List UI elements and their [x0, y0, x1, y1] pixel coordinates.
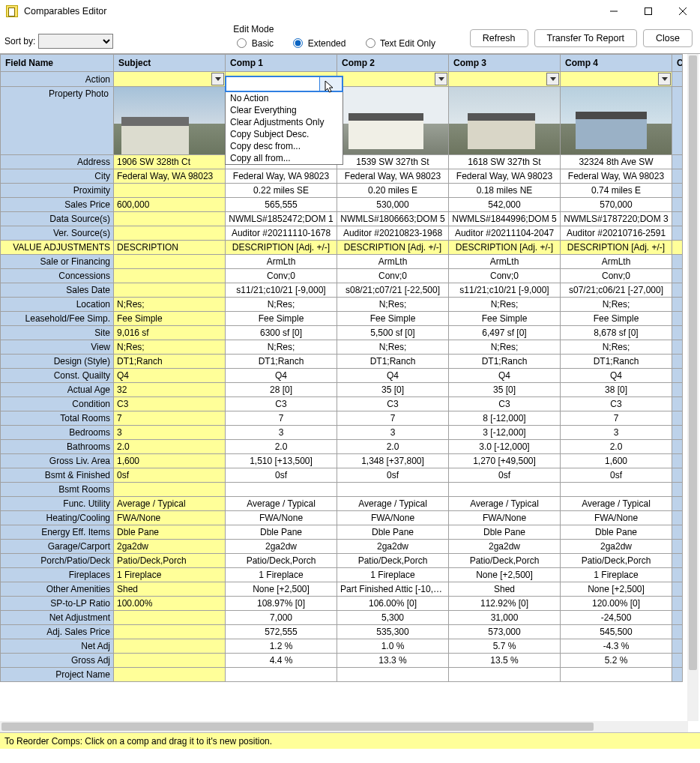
chevron-down-icon[interactable]: [658, 73, 671, 85]
cell-comp4[interactable]: 2.0: [561, 440, 672, 454]
cell-comp1[interactable]: 572,555: [226, 625, 337, 639]
cell-comp2[interactable]: s08/21;c07/21 [-22,500]: [337, 283, 449, 298]
cell-comp2[interactable]: 2ga2dw: [337, 540, 449, 554]
vertical-scroll-thumb[interactable]: [689, 55, 697, 670]
chevron-down-icon[interactable]: [435, 73, 447, 85]
photo-comp2[interactable]: [337, 87, 449, 155]
cell-comp4[interactable]: Auditor #20210716-2591: [561, 226, 672, 241]
cell-comp4[interactable]: 7: [561, 411, 672, 426]
cell-comp3[interactable]: Dble Pane: [449, 525, 561, 540]
refresh-button[interactable]: Refresh: [470, 29, 528, 47]
cell-comp4[interactable]: DESCRIPTION [Adj. +/-]: [561, 241, 672, 255]
cell-comp2[interactable]: [337, 668, 449, 682]
cell-subject[interactable]: [114, 212, 226, 226]
cell-comp2[interactable]: NWMLS#1806663;DOM 5: [337, 212, 449, 226]
chevron-down-icon[interactable]: [546, 73, 559, 85]
cell-comp2[interactable]: 13.3 %: [337, 654, 449, 668]
chevron-down-icon[interactable]: [211, 73, 224, 85]
cell-comp1[interactable]: 1.2 %: [226, 639, 337, 654]
cell-comp3[interactable]: 31,000: [449, 611, 561, 625]
cell-comp2[interactable]: Dble Pane: [337, 525, 449, 540]
cell-comp3[interactable]: N;Res;: [449, 298, 561, 312]
cell-comp4[interactable]: -4.3 %: [561, 639, 672, 654]
cell-subject[interactable]: 3: [114, 426, 226, 440]
cell-comp4[interactable]: Average / Typical: [561, 497, 672, 511]
cell-comp4[interactable]: None [+2,500]: [561, 582, 672, 597]
cell-comp2[interactable]: C3: [337, 397, 449, 411]
cell-comp2[interactable]: [337, 483, 449, 497]
cell-comp2[interactable]: N;Res;: [337, 340, 449, 355]
cell-comp3[interactable]: Patio/Deck,Porch: [449, 554, 561, 568]
action-comp2[interactable]: [337, 72, 449, 87]
action-option[interactable]: Clear Everything: [226, 104, 343, 116]
cell-subject[interactable]: Average / Typical: [114, 497, 226, 511]
cell-comp1[interactable]: Auditor #20211110-1678: [226, 226, 337, 241]
cell-comp4[interactable]: NWMLS#1787220;DOM 3: [561, 212, 672, 226]
cell-subject[interactable]: Q4: [114, 369, 226, 383]
cell-subject[interactable]: 1,600: [114, 454, 226, 468]
cell-comp3[interactable]: ArmLth: [449, 255, 561, 269]
photo-subject[interactable]: [114, 87, 226, 155]
cell-comp4[interactable]: Conv;0: [561, 269, 672, 283]
cell-comp2[interactable]: FWA/None: [337, 511, 449, 525]
vertical-scrollbar[interactable]: [687, 54, 699, 721]
action-dropdown-list[interactable]: No ActionClear EverythingClear Adjustmen…: [225, 92, 343, 165]
cell-comp1[interactable]: Conv;0: [226, 269, 337, 283]
cell-subject[interactable]: [114, 654, 226, 668]
cell-comp3[interactable]: DT1;Ranch: [449, 355, 561, 369]
cell-comp1[interactable]: FWA/None: [226, 511, 337, 525]
cell-comp4[interactable]: 0sf: [561, 468, 672, 483]
cell-comp1[interactable]: ArmLth: [226, 255, 337, 269]
cell-comp1[interactable]: 6300 sf [0]: [226, 326, 337, 340]
cell-subject[interactable]: Patio/Deck,Porch: [114, 554, 226, 568]
header-field[interactable]: Field Name: [1, 55, 114, 72]
header-comp3[interactable]: Comp 3: [449, 55, 561, 72]
cell-comp3[interactable]: [449, 668, 561, 682]
cell-comp3[interactable]: 1,270 [+49,500]: [449, 454, 561, 468]
radio-basic-label[interactable]: Basic: [233, 38, 274, 49]
cell-subject[interactable]: [114, 226, 226, 241]
header-comp5-peek[interactable]: Co: [672, 55, 683, 72]
cell-comp1[interactable]: Dble Pane: [226, 525, 337, 540]
cell-comp2[interactable]: Conv;0: [337, 269, 449, 283]
cell-subject[interactable]: Dble Pane: [114, 525, 226, 540]
minimize-button[interactable]: [597, 0, 631, 22]
action-dropdown-open[interactable]: No ActionClear EverythingClear Adjustmen…: [225, 76, 343, 165]
cell-comp3[interactable]: Q4: [449, 369, 561, 383]
cell-comp4[interactable]: 545,500: [561, 625, 672, 639]
cell-comp3[interactable]: Conv;0: [449, 269, 561, 283]
action-option[interactable]: No Action: [226, 92, 343, 104]
cell-comp4[interactable]: 5.2 %: [561, 654, 672, 668]
cell-subject[interactable]: 1906 SW 328th Ct: [114, 155, 226, 169]
cell-comp3[interactable]: 542,000: [449, 198, 561, 212]
cell-comp4[interactable]: 3: [561, 426, 672, 440]
cell-subject[interactable]: 2ga2dw: [114, 540, 226, 554]
cell-subject[interactable]: 2.0: [114, 440, 226, 454]
cell-comp1[interactable]: Average / Typical: [226, 497, 337, 511]
cell-comp4[interactable]: s07/21;c06/21 [-27,000]: [561, 283, 672, 298]
cell-comp1[interactable]: DT1;Ranch: [226, 355, 337, 369]
cell-comp2[interactable]: Part Finished Attic [-10,000]: [337, 582, 449, 597]
cell-comp2[interactable]: 0sf: [337, 468, 449, 483]
cell-comp2[interactable]: Federal Way, WA 98023: [337, 169, 449, 184]
cell-comp2[interactable]: 2.0: [337, 440, 449, 454]
cell-comp3[interactable]: DESCRIPTION [Adj. +/-]: [449, 241, 561, 255]
cell-comp4[interactable]: 120.00% [0]: [561, 597, 672, 611]
radio-extended-label[interactable]: Extended: [289, 38, 346, 49]
cell-comp2[interactable]: Fee Simple: [337, 312, 449, 326]
cell-comp1[interactable]: DESCRIPTION [Adj. +/-]: [226, 241, 337, 255]
cell-comp3[interactable]: N;Res;: [449, 340, 561, 355]
cell-comp2[interactable]: 0.20 miles E: [337, 184, 449, 198]
cell-comp2[interactable]: Patio/Deck,Porch: [337, 554, 449, 568]
cell-subject[interactable]: 7: [114, 411, 226, 426]
cell-comp1[interactable]: 4.4 %: [226, 654, 337, 668]
cell-comp4[interactable]: [561, 483, 672, 497]
cell-comp4[interactable]: -24,500: [561, 611, 672, 625]
header-comp4[interactable]: Comp 4: [561, 55, 672, 72]
cell-comp1[interactable]: 7,000: [226, 611, 337, 625]
horizontal-scrollbar[interactable]: [0, 721, 688, 732]
cell-subject[interactable]: 600,000: [114, 198, 226, 212]
cell-comp4[interactable]: C3: [561, 397, 672, 411]
cell-subject[interactable]: [114, 483, 226, 497]
cell-comp4[interactable]: DT1;Ranch: [561, 355, 672, 369]
